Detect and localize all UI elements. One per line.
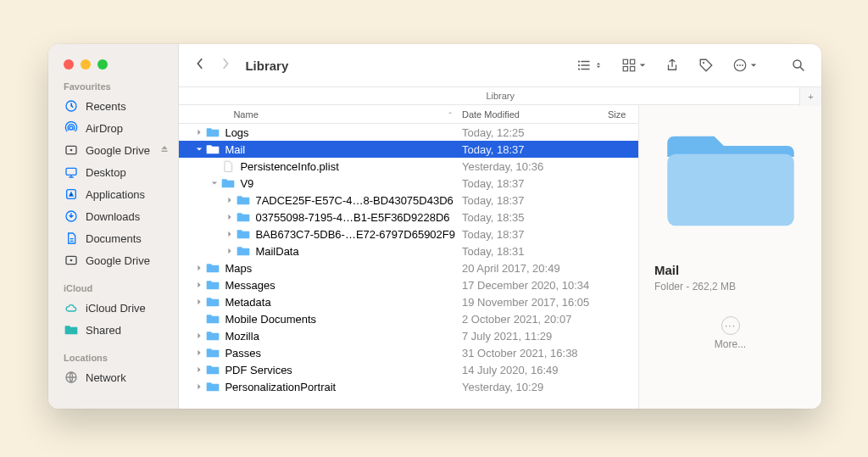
- ellipsis-icon: ···: [721, 316, 740, 335]
- folder-icon: [206, 143, 220, 155]
- sidebar-item[interactable]: AirDrop: [48, 117, 178, 139]
- sidebar-item-label: Shared: [86, 324, 121, 337]
- preview-more[interactable]: ··· More...: [715, 316, 746, 350]
- sidebar-item[interactable]: Applications: [48, 183, 178, 205]
- back-button[interactable]: [194, 58, 206, 73]
- file-date: 31 October 2021, 16:38: [462, 347, 608, 359]
- column-date[interactable]: Date Modified: [462, 109, 608, 120]
- group-by-button[interactable]: [621, 58, 646, 73]
- file-name: Mozilla: [225, 330, 462, 343]
- forward-button[interactable]: [220, 58, 231, 73]
- file-row[interactable]: PersistenceInfo.plistYesterday, 10:36: [179, 158, 638, 175]
- disclosure-icon[interactable]: [225, 195, 235, 205]
- file-date: Today, 18:37: [462, 194, 608, 207]
- file-row[interactable]: MailDataToday, 18:31: [179, 242, 638, 259]
- sidebar-item-label: Applications: [86, 188, 145, 201]
- folder-icon: [236, 228, 250, 240]
- file-row[interactable]: Mozilla7 July 2021, 11:29: [179, 327, 638, 344]
- minimize-window-button[interactable]: [81, 59, 91, 70]
- file-date: Today, 18:35: [462, 211, 608, 224]
- disclosure-icon[interactable]: [194, 297, 204, 307]
- sidebar-item[interactable]: iCloud Drive: [48, 297, 178, 319]
- file-row[interactable]: 03755098-7195-4…B1-E5F36D9228D6Today, 18…: [179, 209, 638, 226]
- box-icon: [64, 142, 79, 158]
- file-date: Yesterday, 10:29: [462, 381, 608, 393]
- sidebar-item[interactable]: Google Drive: [48, 249, 178, 271]
- sidebar-item[interactable]: Documents: [48, 227, 178, 249]
- file-name: Messages: [225, 279, 462, 292]
- file-row[interactable]: PDF Services14 July 2020, 16:49: [179, 361, 638, 378]
- folder-icon: [206, 279, 220, 291]
- zoom-window-button[interactable]: [97, 59, 108, 70]
- folder-icon: [206, 330, 220, 342]
- folder-icon: [236, 245, 250, 257]
- column-name[interactable]: Name ˆ: [179, 109, 462, 120]
- clock-icon: [64, 98, 79, 114]
- share-button[interactable]: [665, 58, 680, 73]
- view-mode-button[interactable]: [576, 58, 603, 73]
- sidebar-item-label: Recents: [86, 100, 126, 113]
- sidebar-section-label: iCloud: [48, 271, 178, 297]
- file-row[interactable]: Mobile Documents2 October 2021, 20:07: [179, 310, 638, 327]
- disclosure-icon[interactable]: [194, 263, 204, 273]
- file-date: 17 December 2020, 10:34: [462, 279, 608, 292]
- file-name: Mail: [225, 143, 462, 156]
- file-row[interactable]: BAB673C7-5DB6-…E72-6797D65902F9Today, 18…: [179, 226, 638, 242]
- file-row[interactable]: MailToday, 18:37: [179, 141, 638, 158]
- sidebar-item-label: AirDrop: [86, 122, 123, 135]
- disclosure-icon[interactable]: [194, 382, 204, 392]
- file-date: Today, 18:37: [462, 177, 608, 190]
- disclosure-icon[interactable]: [225, 246, 235, 256]
- cloud-icon: [64, 300, 79, 315]
- folder-icon: [221, 177, 235, 189]
- file-row[interactable]: PersonalizationPortraitYesterday, 10:29: [179, 378, 638, 395]
- disclosure-icon[interactable]: [225, 212, 235, 222]
- disclosure-icon[interactable]: [194, 314, 204, 324]
- file-row[interactable]: V9Today, 18:37: [179, 175, 638, 192]
- file-name: PersistenceInfo.plist: [240, 160, 462, 173]
- file-name: Maps: [225, 262, 462, 275]
- disclosure-icon[interactable]: [194, 127, 204, 137]
- search-button[interactable]: [791, 58, 806, 73]
- file-row[interactable]: Maps20 April 2017, 20:49: [179, 259, 638, 276]
- disclosure-icon[interactable]: [194, 348, 204, 358]
- file-name: V9: [240, 177, 462, 190]
- sidebar-item[interactable]: Shared: [48, 319, 178, 341]
- path-bar-title[interactable]: Library: [486, 91, 515, 101]
- tags-button[interactable]: [698, 58, 714, 73]
- disclosure-icon[interactable]: [209, 161, 220, 171]
- file-name: Mobile Documents: [225, 313, 462, 326]
- window-controls: [48, 44, 178, 70]
- sidebar-item[interactable]: Downloads: [48, 205, 178, 227]
- disclosure-icon[interactable]: [194, 280, 204, 290]
- disclosure-icon[interactable]: [225, 229, 235, 239]
- disclosure-icon[interactable]: [194, 331, 204, 341]
- file-row[interactable]: Metadata19 November 2017, 16:05: [179, 293, 638, 310]
- file-date: 2 October 2021, 20:07: [462, 313, 608, 326]
- file-name: 03755098-7195-4…B1-E5F36D9228D6: [255, 211, 462, 224]
- eject-icon[interactable]: [159, 144, 170, 157]
- file-row[interactable]: 7ADCE25F-E57C-4…8-BD43075D43D6Today, 18:…: [179, 192, 638, 209]
- sidebar: FavouritesRecentsAirDropGoogle DriveDesk…: [48, 44, 179, 409]
- file-row[interactable]: Messages17 December 2020, 10:34: [179, 276, 638, 293]
- disclosure-icon[interactable]: [209, 178, 220, 188]
- sidebar-item[interactable]: Desktop: [48, 161, 178, 183]
- main-pane: Library Library + Name ˆ: [179, 44, 821, 409]
- file-name: 7ADCE25F-E57C-4…8-BD43075D43D6: [255, 194, 462, 207]
- folder-icon: [206, 381, 220, 393]
- file-name: Metadata: [225, 296, 462, 309]
- disclosure-icon[interactable]: [194, 365, 204, 375]
- box-icon: [64, 253, 79, 268]
- file-row[interactable]: LogsToday, 12:25: [179, 124, 638, 141]
- toolbar: Library: [179, 44, 821, 86]
- column-size[interactable]: Size: [608, 109, 638, 120]
- sidebar-item[interactable]: Recents: [48, 95, 178, 117]
- doc-icon: [64, 231, 79, 246]
- actions-button[interactable]: [732, 58, 757, 73]
- new-tab-button[interactable]: +: [799, 87, 821, 106]
- file-row[interactable]: Passes31 October 2021, 16:38: [179, 344, 638, 361]
- sidebar-item[interactable]: Google Drive: [48, 139, 178, 161]
- close-window-button[interactable]: [64, 59, 74, 70]
- sidebar-item[interactable]: Network: [48, 366, 178, 388]
- disclosure-icon[interactable]: [194, 144, 204, 154]
